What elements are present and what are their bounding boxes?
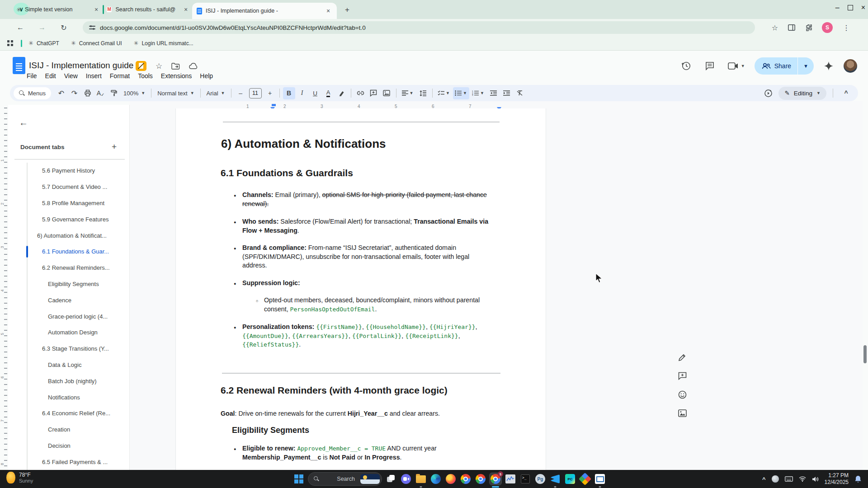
highlight-color-icon[interactable] [335,87,348,99]
menu-extensions[interactable]: Extensions [157,71,196,81]
numbered-list-icon[interactable]: 123 ▼ [470,87,486,99]
last-edit-icon[interactable] [762,87,774,99]
browser-tab-1[interactable]: ✳ Simple text version × [16,0,100,19]
chrome-active-app[interactable]: $ [490,473,501,485]
doc-tab-item[interactable]: Cadence [8,292,130,308]
notification-bell-icon[interactable] [854,475,862,483]
system-monitor-app[interactable] [505,473,516,485]
text-color-icon[interactable]: A [322,87,335,99]
add-comment-icon[interactable] [675,368,690,384]
close-tab-icon[interactable]: × [92,5,100,14]
maximize-icon[interactable] [848,5,853,10]
print-icon[interactable] [81,87,94,99]
document-page[interactable]: 6) Automation & Notifications 6.1 Founda… [175,108,546,470]
bulleted-list-icon[interactable]: ▼ [453,87,469,99]
zoom-select[interactable]: 100%▼ [120,87,148,99]
checklist-icon[interactable]: ▼ [436,87,452,99]
browser-profile-avatar[interactable]: S [822,22,833,33]
paragraph-style-select[interactable]: Normal text▼ [154,87,197,99]
browser-tab-2[interactable]: M Search results - saiful@momen × [107,0,189,19]
doc-tab-item[interactable]: 6.4 Economic Relief (Re... [8,405,130,422]
suggest-edits-icon[interactable] [675,350,690,365]
document-title[interactable]: ISIJ - Implementation guide [29,61,133,70]
star-document-icon[interactable]: ☆ [156,61,162,71]
menu-edit[interactable]: Edit [41,71,60,81]
insert-link-icon[interactable] [354,87,367,99]
comments-icon[interactable] [701,57,718,75]
doc-tab-item[interactable]: 6) Automation & Notificat... [8,227,130,244]
close-tab-icon[interactable]: × [324,7,332,15]
doc-tab-item[interactable]: Batch Job (nightly) [8,373,130,389]
remote-desktop-app[interactable] [594,473,606,485]
volume-icon[interactable] [812,476,819,482]
doc-tab-item[interactable]: 5.6 Payment History [8,163,130,179]
menu-format[interactable]: Format [106,71,134,81]
doc-tab-item[interactable]: 5.9 Governance Features [8,211,130,227]
paint-format-icon[interactable] [108,87,120,99]
menu-tools[interactable]: Tools [134,71,157,81]
firefox-app[interactable] [445,473,457,485]
reload-icon[interactable]: ↻ [57,21,71,34]
gemini-sparkle-icon[interactable] [820,57,837,75]
scrollbar[interactable] [863,101,868,470]
apps-grid-icon[interactable] [7,40,14,47]
search-menus-button[interactable]: Menus [14,87,51,99]
version-history-icon[interactable] [678,57,695,75]
scrollbar-thumb[interactable] [863,345,867,363]
redo-icon[interactable]: ↷ [68,87,80,99]
menu-file[interactable]: File [23,71,41,81]
forward-icon[interactable]: → [35,21,49,34]
font-size-input[interactable]: 11 [249,88,262,99]
minimize-icon[interactable]: – [835,4,840,12]
touch-keyboard-icon[interactable] [785,476,793,482]
bookmark-star-icon[interactable]: ☆ [772,23,778,32]
share-button[interactable]: Share ▼ [755,57,814,75]
weather-widget[interactable]: 78°F Sunny [6,472,33,483]
collapse-toolbar-icon[interactable]: ^ [840,87,852,99]
add-tab-icon[interactable]: + [112,142,117,152]
close-window-icon[interactable]: × [861,4,865,12]
back-icon[interactable]: ← [14,21,27,34]
site-settings-icon[interactable] [89,25,95,30]
postgresql-app[interactable]: Pg [534,473,546,485]
underline-icon[interactable]: U [309,87,321,99]
doc-tab-item[interactable]: 6.2 Renewal Reminders... [8,260,130,276]
font-select[interactable]: Arial▼ [203,87,228,99]
bold-icon[interactable]: B [283,87,295,99]
italic-icon[interactable]: I [296,87,308,99]
doc-tab-item[interactable]: Creation [8,422,130,438]
chat-app[interactable] [400,473,412,485]
doc-tab-item[interactable]: Decision [8,438,130,454]
taskbar-search[interactable]: Search [308,472,382,486]
chrome-profile1-app[interactable] [460,473,472,485]
line-spacing-icon[interactable] [417,87,429,99]
add-comment-icon[interactable] [368,87,380,99]
insert-image-icon[interactable] [381,87,393,99]
emoji-reaction-icon[interactable] [675,387,690,402]
wifi-icon[interactable] [799,476,806,482]
doc-tab-item[interactable]: Automation Design [8,324,130,341]
clear-formatting-icon[interactable] [514,87,526,99]
address-bar[interactable]: docs.google.com/document/d/1l-uo0SVJ0lwD… [83,21,755,34]
vscode-app[interactable] [549,473,561,485]
share-dropdown[interactable]: ▼ [797,57,814,75]
doc-tab-item[interactable]: Eligibility Segments [8,276,130,292]
meet-video-icon[interactable]: ▼ [725,57,748,75]
account-avatar[interactable] [844,59,857,73]
apps-script-warning-icon[interactable] [136,61,146,71]
tray-app-icon[interactable] [772,475,779,483]
move-folder-icon[interactable] [171,63,180,70]
file-explorer-app[interactable] [415,473,427,485]
menu-view[interactable]: View [60,71,82,81]
task-view-button[interactable] [385,473,397,485]
bookmark-chatgpt[interactable]: ✳ChatGPT [28,40,59,47]
doc-tab-item[interactable]: Data & Logic [8,357,130,373]
spell-check-icon[interactable]: A✓ [94,87,107,99]
increase-indent-icon[interactable] [500,87,513,99]
terminal-app[interactable]: >_ [519,473,531,485]
edge-app[interactable] [430,473,442,485]
browser-tab-active[interactable]: ISIJ - Implementation guide - × [192,3,337,19]
search-highlight-image[interactable] [360,474,380,484]
first-line-indent-marker[interactable] [272,104,276,106]
decrease-indent-icon[interactable] [487,87,500,99]
